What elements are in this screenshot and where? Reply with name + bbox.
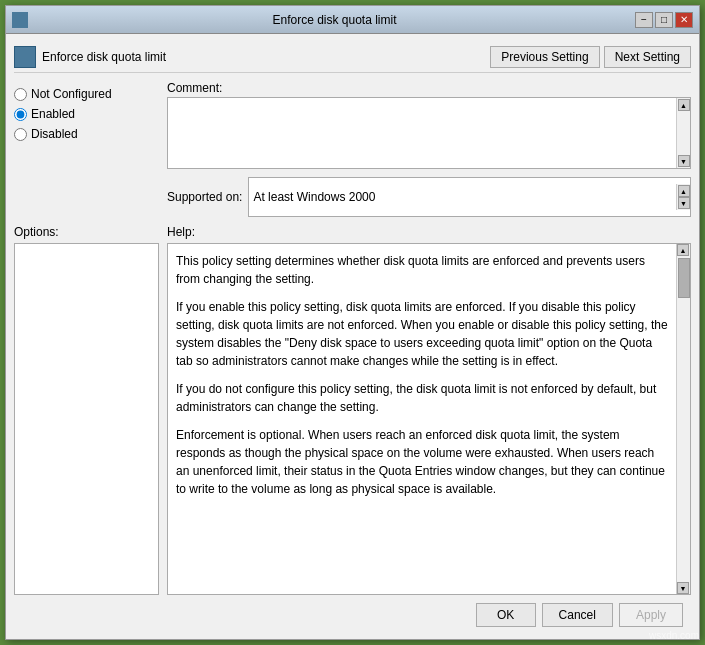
supported-value: At least Windows 2000 [249,188,676,206]
minimize-button[interactable]: − [635,12,653,28]
help-label-container: Help: [167,225,691,239]
scrollbar-track [677,256,690,582]
panel-labels: Options: Help: [14,225,691,239]
disabled-option[interactable]: Disabled [14,127,159,141]
header-title-text: Enforce disk quota limit [42,50,166,64]
comment-section: Comment: ▲ ▼ [167,81,691,169]
cancel-button[interactable]: Cancel [542,603,613,627]
comment-label: Comment: [167,81,691,95]
disabled-label: Disabled [31,127,78,141]
title-bar-controls: − □ ✕ [635,12,693,28]
supported-scroll-up[interactable]: ▲ [678,185,690,197]
header-title-group: Enforce disk quota limit [14,46,166,68]
help-paragraph-2: If you enable this policy setting, disk … [176,298,668,370]
radio-group: Not Configured Enabled Disabled [14,83,159,141]
enabled-radio[interactable] [14,108,27,121]
enabled-option[interactable]: Enabled [14,107,159,121]
ok-button[interactable]: OK [476,603,536,627]
comment-input[interactable] [168,98,676,168]
maximize-button[interactable]: □ [655,12,673,28]
comment-wrapper: ▲ ▼ [167,97,691,169]
supported-wrapper: At least Windows 2000 ▲ ▼ [248,177,691,217]
close-button[interactable]: ✕ [675,12,693,28]
help-paragraph-3: If you do not configure this policy sett… [176,380,668,416]
bottom-section: This policy setting determines whether d… [14,243,691,595]
nav-buttons: Previous Setting Next Setting [490,46,691,68]
scroll-up-arrow[interactable]: ▲ [678,99,690,111]
help-scrollbar: ▲ ▼ [676,244,690,594]
options-label-container: Options: [14,225,159,239]
supported-scroll-down[interactable]: ▼ [678,197,690,209]
prev-setting-button[interactable]: Previous Setting [490,46,599,68]
options-box [14,243,159,595]
help-scroll-up[interactable]: ▲ [677,244,689,256]
comment-scrollbar: ▲ ▼ [676,98,690,168]
disabled-radio[interactable] [14,128,27,141]
window-icon [12,12,28,28]
help-paragraph-4: Enforcement is optional. When users reac… [176,426,668,498]
help-content: This policy setting determines whether d… [168,244,676,594]
help-label: Help: [167,225,195,239]
not-configured-option[interactable]: Not Configured [14,87,159,101]
supported-section: Supported on: At least Windows 2000 ▲ ▼ [167,177,691,217]
header-icon [14,46,36,68]
upper-settings: Not Configured Enabled Disabled Comment: [14,81,691,217]
title-bar: Enforce disk quota limit − □ ✕ [6,6,699,34]
options-panel [14,243,159,595]
radio-column: Not Configured Enabled Disabled [14,81,159,141]
window-title: Enforce disk quota limit [34,13,635,27]
footer: OK Cancel Apply [14,595,691,631]
help-panel: This policy setting determines whether d… [167,243,691,595]
scrollbar-thumb[interactable] [678,258,690,298]
content-area: Enforce disk quota limit Previous Settin… [6,34,699,639]
apply-button[interactable]: Apply [619,603,683,627]
enabled-label: Enabled [31,107,75,121]
watermark: wsxdn.com [649,630,699,641]
next-setting-button[interactable]: Next Setting [604,46,691,68]
supported-scrollbar: ▲ ▼ [676,184,690,210]
help-scroll-down[interactable]: ▼ [677,582,689,594]
help-box: This policy setting determines whether d… [167,243,691,595]
header-section: Enforce disk quota limit Previous Settin… [14,42,691,73]
scroll-down-arrow[interactable]: ▼ [678,155,690,167]
options-label: Options: [14,225,59,239]
help-paragraph-1: This policy setting determines whether d… [176,252,668,288]
right-column: Comment: ▲ ▼ Supported on: At least [167,81,691,217]
not-configured-radio[interactable] [14,88,27,101]
main-window: Enforce disk quota limit − □ ✕ Enforce d… [5,5,700,640]
supported-label: Supported on: [167,190,242,204]
not-configured-label: Not Configured [31,87,112,101]
